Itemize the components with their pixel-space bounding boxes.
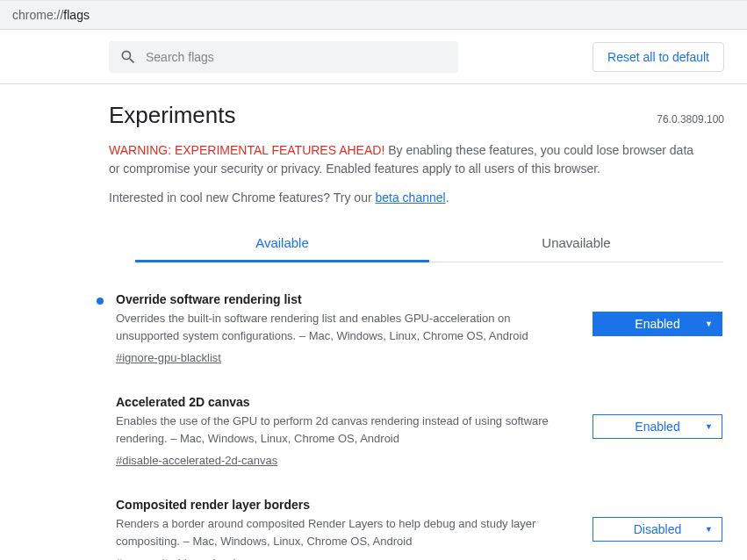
flag-row: Composited render layer borders Renders …: [109, 498, 724, 560]
flag-state-value: Enabled: [635, 420, 679, 434]
chevron-down-icon: ▼: [705, 319, 713, 328]
chevron-down-icon: ▼: [705, 422, 713, 431]
toolbar: Reset all to default: [0, 30, 747, 84]
chevron-down-icon: ▼: [705, 525, 713, 534]
flag-row: Accelerated 2D canvas Enables the use of…: [109, 395, 724, 468]
search-container: [109, 41, 458, 73]
search-icon: [119, 48, 137, 66]
flag-row: Override software rendering list Overrid…: [109, 292, 724, 365]
flag-title: Accelerated 2D canvas: [116, 395, 571, 409]
interest-prefix: Interested in cool new Chrome features? …: [109, 190, 375, 205]
flag-title: Composited render layer borders: [116, 498, 571, 512]
flag-hash-link[interactable]: #ignore-gpu-blacklist: [116, 351, 221, 364]
flag-hash-link[interactable]: #composited-layer-borders: [116, 556, 252, 560]
flag-title: Override software rendering list: [116, 292, 571, 306]
tab-available[interactable]: Available: [135, 224, 429, 262]
warning-headline: WARNING: EXPERIMENTAL FEATURES AHEAD!: [109, 143, 384, 157]
beta-channel-link[interactable]: beta channel: [375, 190, 445, 205]
flag-state-select[interactable]: Enabled ▼: [593, 312, 722, 336]
flag-state-value: Disabled: [634, 522, 681, 536]
tabs: Available Unavailable: [135, 224, 723, 262]
flag-hash-link[interactable]: #disable-accelerated-2d-canvas: [116, 454, 277, 467]
flag-description: Enables the use of the GPU to perform 2d…: [116, 413, 557, 447]
interest-block: Interested in cool new Chrome features? …: [109, 190, 724, 205]
page-title: Experiments: [109, 102, 236, 129]
flag-state-select[interactable]: Enabled ▼: [593, 414, 722, 439]
flag-state-value: Enabled: [635, 317, 679, 331]
modified-indicator-icon: [97, 298, 104, 305]
content: Experiments 76.0.3809.100 WARNING: EXPER…: [0, 84, 747, 560]
reset-all-button[interactable]: Reset all to default: [593, 42, 724, 72]
tab-unavailable[interactable]: Unavailable: [429, 224, 723, 262]
url-suffix: flags: [63, 8, 90, 22]
flags-list: Override software rendering list Overrid…: [109, 292, 724, 560]
url-prefix: chrome://: [12, 8, 63, 22]
url-bar[interactable]: chrome://flags: [0, 0, 747, 30]
warning-block: WARNING: EXPERIMENTAL FEATURES AHEAD! By…: [109, 141, 706, 178]
flag-description: Renders a border around composited Rende…: [116, 515, 557, 549]
flag-state-select[interactable]: Disabled ▼: [593, 517, 722, 542]
flag-description: Overrides the built-in software renderin…: [116, 310, 557, 344]
search-input[interactable]: [146, 50, 448, 64]
interest-suffix: .: [446, 190, 449, 205]
version-label: 76.0.3809.100: [657, 113, 724, 126]
